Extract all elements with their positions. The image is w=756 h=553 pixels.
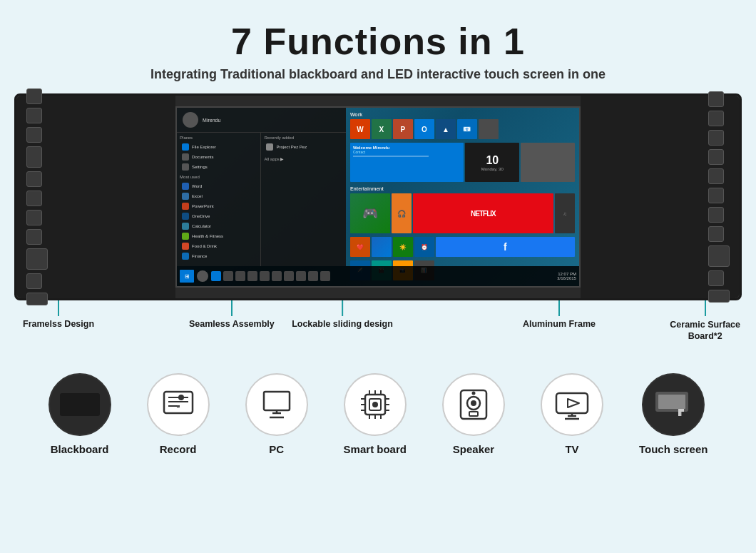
label-seamless: Seamless Assembly [189, 319, 275, 329]
function-speaker: Speaker [442, 373, 505, 455]
svg-point-13 [372, 402, 378, 407]
blackboard-label: Blackboard [51, 443, 109, 455]
blackboard-icon [60, 393, 100, 416]
blackboard-icon-circle [48, 373, 111, 436]
label-frameless: Framelss Design [23, 319, 94, 329]
label-ceramic: Ceramic SurfaceBoard*2 [670, 319, 740, 343]
right-panel [581, 96, 740, 298]
function-touchscreen: Touch screen [639, 373, 708, 455]
function-blackboard: Blackboard [48, 373, 111, 455]
record-icon-circle: ≡ [147, 373, 210, 436]
touchscreen-icon [651, 385, 695, 425]
smartboard-icon-circle [344, 373, 407, 436]
smartboard-icon [355, 385, 395, 425]
tv-icon [551, 385, 593, 425]
touchscreen-label: Touch screen [639, 443, 708, 455]
pc-icon-circle [245, 373, 308, 436]
tv-label: TV [565, 443, 578, 455]
speaker-icon-circle [442, 373, 505, 436]
svg-point-28 [471, 400, 476, 406]
pc-icon [257, 385, 297, 425]
functions-section: Blackboard ≡ Record PC [0, 373, 756, 455]
function-record: ≡ Record [147, 373, 210, 455]
tv-icon-circle [541, 373, 603, 436]
record-icon: ≡ [158, 385, 198, 425]
svg-marker-35 [568, 399, 579, 407]
svg-text:≡: ≡ [176, 404, 180, 410]
touchscreen-icon-circle [642, 373, 705, 436]
speaker-label: Speaker [453, 443, 494, 455]
page-header: 7 Functions in 1 Integrating Traditional… [0, 0, 756, 82]
svg-rect-7 [264, 392, 290, 410]
svg-rect-31 [556, 393, 588, 413]
central-screen: Mirendu Places File Explorer Documents S… [175, 106, 581, 288]
main-title: 7 Functions in 1 [0, 20, 756, 63]
pc-label: PC [269, 443, 284, 455]
left-panel [16, 96, 175, 298]
board-mockup: Mirendu Places File Explorer Documents S… [14, 93, 742, 300]
svg-point-29 [471, 392, 475, 395]
function-pc: PC [245, 373, 308, 455]
speaker-icon [454, 385, 494, 425]
subtitle: Integrating Traditional blackboard and L… [0, 67, 756, 82]
label-lockable: Lockable sliding design [292, 319, 393, 329]
function-tv: TV [541, 373, 603, 455]
svg-rect-30 [469, 412, 478, 416]
function-smartboard: Smart board [344, 373, 407, 455]
smartboard-label: Smart board [344, 443, 407, 455]
record-label: Record [160, 443, 197, 455]
svg-rect-37 [658, 395, 685, 409]
label-aluminum: Aluminum Frame [523, 319, 596, 329]
